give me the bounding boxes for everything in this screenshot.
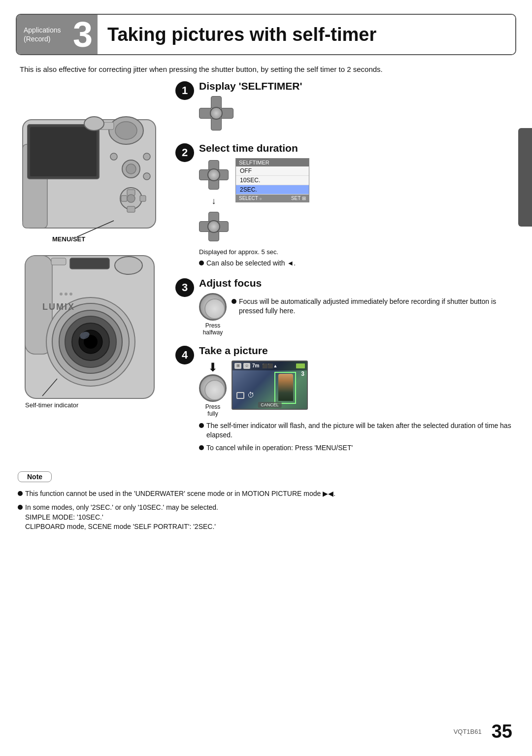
dpad-down <box>211 118 222 131</box>
preview-shot-count: 3 <box>301 370 304 377</box>
note-bullet-2 <box>18 505 23 510</box>
step2-dpad-col: ↓ <box>199 158 229 244</box>
preview-battery <box>296 363 305 368</box>
step2-note-approx: Displayed for approx. 5 sec. <box>199 247 514 257</box>
svg-rect-14 <box>127 206 135 212</box>
selftimer-menu-item-2sec: 2SEC. <box>236 185 309 195</box>
dpad-center-3 <box>207 220 220 233</box>
step4-btn-col: ⬇ Pressfully <box>199 361 227 417</box>
notes-section: Note This function cannot be used in the… <box>18 471 514 531</box>
step-2-visual: ↓ SELFTIMER OF <box>199 158 514 244</box>
shutter-btn-full <box>199 374 227 402</box>
selftimer-menu-item-off: OFF <box>236 166 309 176</box>
press-halfway-label: Presshalfway <box>203 322 223 336</box>
step-3-title: Adjust focus <box>199 277 514 289</box>
step-2-number: 2 <box>175 143 194 162</box>
dpad-right <box>221 108 233 119</box>
step-1-title: Display 'SELFTIMER' <box>199 80 514 92</box>
step-3-content: Adjust focus Presshalfway Focus will be … <box>199 277 514 336</box>
selftimer-menu-footer: SELECT ⬦ SET ⊞ <box>236 195 309 202</box>
step-3-number: 3 <box>175 278 194 297</box>
svg-point-35 <box>65 293 67 296</box>
step3-btn-col: Presshalfway <box>199 293 227 336</box>
step3-visual: Presshalfway Focus will be automatically… <box>199 293 514 336</box>
step2-notes: Displayed for approx. 5 sec. Can also be… <box>199 247 514 268</box>
note-bullet-1 <box>18 491 23 496</box>
press-down-arrow: ⬇ <box>208 361 218 374</box>
page-header: Applications (Record) 3 Taking pictures … <box>16 14 516 55</box>
note-item-2: In some modes, only '2SEC.' or only '10S… <box>18 503 514 532</box>
note-box: Note <box>18 471 52 482</box>
select-label: SELECT ⬦ <box>239 196 263 201</box>
dpad-step2-top <box>199 160 229 190</box>
svg-point-9 <box>143 153 150 160</box>
svg-point-17 <box>127 195 135 202</box>
step4-bullet1: The self-timer indicator will flash, and… <box>199 421 514 440</box>
svg-point-34 <box>60 293 63 296</box>
step4-notes: The self-timer indicator will flash, and… <box>199 421 514 453</box>
step-1-number: 1 <box>175 81 194 100</box>
svg-point-32 <box>115 257 142 274</box>
note-item-1: This function cannot be used in the 'UND… <box>18 489 514 499</box>
dpad-step1 <box>199 96 233 131</box>
side-tab <box>518 128 532 227</box>
header-title: Taking pictures with self-timer <box>98 15 515 54</box>
step4-bullet2: To cancel while in operation: Press 'MEN… <box>199 443 514 453</box>
shutter-btn-halfway <box>199 293 227 321</box>
dpad-center-2 <box>207 168 220 181</box>
menu-set-label: MENU/SET <box>52 235 85 243</box>
page-footer: VQT1B61 35 <box>454 721 512 742</box>
step-4: 4 Take a picture ⬇ Pressfully ⊞ ☺ <box>175 345 514 453</box>
preview-rec-icon <box>236 392 244 399</box>
camera-illustrations: MENU/SET <box>18 80 170 462</box>
header-chapter-number: 3 <box>71 15 98 54</box>
svg-rect-15 <box>121 196 127 201</box>
dpad-step2-bottom <box>199 212 229 241</box>
preview-quality-icons: ⬛⬛▲ <box>262 363 277 368</box>
svg-point-18 <box>84 117 104 131</box>
svg-point-8 <box>126 164 136 174</box>
preview-focus-box <box>274 372 296 404</box>
bullet-dot-4b <box>199 445 204 450</box>
preview-selftimer-icon: ⏱ <box>247 391 254 399</box>
svg-rect-3 <box>30 127 97 176</box>
bullet-dot <box>199 261 204 265</box>
press-fully-label: Pressfully <box>205 403 221 417</box>
header-apps-label: Applications (Record) <box>17 15 71 54</box>
step-4-title: Take a picture <box>199 345 514 357</box>
selftimer-menu-title: SELFTIMER <box>236 159 309 166</box>
svg-text:LUMIX: LUMIX <box>42 302 75 312</box>
intro-text: This is also effective for correcting ji… <box>20 64 512 75</box>
preview-cancel-label: CANCEL <box>258 402 282 408</box>
preview-face-icon: ☺ <box>243 363 250 369</box>
selftimer-menu-item-10sec: 10SEC. <box>236 176 309 185</box>
main-content: MENU/SET <box>18 80 514 462</box>
svg-rect-31 <box>51 258 66 265</box>
preview-resolution: 7m <box>252 363 259 368</box>
step4-visual: ⬇ Pressfully ⊞ ☺ 7m ⬛⬛▲ 3 <box>199 361 514 417</box>
svg-point-36 <box>69 293 72 296</box>
preview-mode-icon: ⊞ <box>234 363 241 369</box>
camera-preview-screen: ⊞ ☺ 7m ⬛⬛▲ 3 ⏱ <box>232 361 308 410</box>
steps-column: 1 Display 'SELFTIMER' 2 Select time <box>175 80 514 462</box>
bullet-dot-3 <box>232 299 236 304</box>
arrow-down: ↓ <box>199 196 229 206</box>
step-2: 2 Select time duration ↓ <box>175 142 514 268</box>
step-1-content: Display 'SELFTIMER' <box>199 80 514 133</box>
svg-rect-30 <box>70 258 109 269</box>
preview-top-bar: ⊞ ☺ 7m ⬛⬛▲ <box>233 362 307 370</box>
camera-top-illustration <box>18 105 163 240</box>
svg-point-10 <box>143 173 150 180</box>
step-2-content: Select time duration ↓ <box>199 142 514 268</box>
svg-point-5 <box>115 122 137 139</box>
self-timer-indicator-label: Self-timer indicator <box>25 401 78 409</box>
step3-bullet: Focus will be automatically adjusted imm… <box>232 297 514 316</box>
dpad-center <box>210 107 223 120</box>
step2-bullet-select: Can also be selected with ◄. <box>199 259 514 268</box>
product-code: VQT1B61 <box>454 728 482 735</box>
step-1: 1 Display 'SELFTIMER' <box>175 80 514 133</box>
camera-bottom-illustration: LUMIX <box>18 251 163 408</box>
selftimer-menu: SELFTIMER OFF 10SEC. 2SEC. SELECT ⬦ SET … <box>235 158 309 202</box>
step-4-number: 4 <box>175 346 194 364</box>
page-number: 35 <box>492 721 512 742</box>
